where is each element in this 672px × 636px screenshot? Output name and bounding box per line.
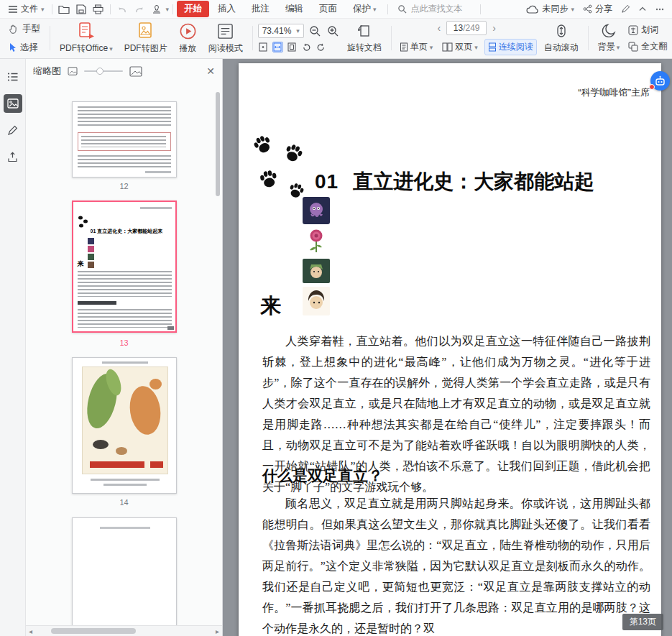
- mini-illustration: [82, 367, 168, 474]
- rotate-document-label: 旋转文档: [347, 42, 382, 54]
- pdf-to-office-label: PDF转Office: [60, 42, 108, 55]
- fit-page-button[interactable]: [287, 42, 298, 52]
- open-folder-button[interactable]: [56, 2, 72, 17]
- undo-button[interactable]: [114, 2, 130, 17]
- thumbnails-icon: [7, 98, 19, 109]
- mini-paragraph: [78, 309, 172, 328]
- divider: [50, 26, 50, 50]
- slider-knob[interactable]: [96, 68, 103, 75]
- rotate-left-button[interactable]: [301, 42, 312, 52]
- more-options-button[interactable]: [652, 2, 668, 17]
- mini-header: [140, 207, 172, 209]
- rotate-right-button[interactable]: [316, 42, 326, 52]
- next-page-button[interactable]: ›: [490, 22, 498, 34]
- continuous-read-button[interactable]: 连续阅读: [484, 39, 537, 55]
- thumbnail-page-12[interactable]: [72, 101, 177, 178]
- document-view[interactable]: “科学咖啡馆”主席 01直立进化史：大家都能站起: [223, 59, 672, 636]
- single-page-button[interactable]: 单页 ▾: [397, 40, 436, 55]
- sync-status-button[interactable]: 未同步 ▾: [523, 1, 578, 17]
- thumbnail-page-15[interactable]: [72, 517, 177, 625]
- tab-home[interactable]: 开始: [177, 1, 209, 17]
- chevron-down-icon: ▾: [41, 6, 45, 13]
- double-page-button[interactable]: 双页 ▾: [439, 40, 481, 55]
- mini-caption: [103, 484, 147, 486]
- cloud-sync-icon: [526, 5, 539, 14]
- scroll-left-arrow-icon[interactable]: ◂: [29, 627, 32, 635]
- search-input[interactable]: 点此查找文本: [392, 1, 477, 17]
- mini-section-heading: [78, 301, 116, 305]
- pdf-to-office-button[interactable]: PDF转Office▾: [54, 21, 119, 55]
- play-label: 播放: [179, 42, 196, 55]
- tab-page[interactable]: 页面: [312, 1, 344, 17]
- thumbnails-panel-button[interactable]: [4, 94, 22, 113]
- mini-caption: [91, 479, 160, 481]
- ai-assistant-button[interactable]: [650, 71, 670, 91]
- previous-page-button[interactable]: ‹: [436, 22, 443, 34]
- auto-scroll-button[interactable]: 自动滚动: [538, 21, 584, 55]
- redo-button[interactable]: [132, 2, 147, 17]
- annotation-panel-button[interactable]: [4, 121, 22, 139]
- close-panel-button[interactable]: ✕: [206, 65, 215, 77]
- menubar: 文件 ▾ ▾ 开始 插入 批注 编辑 页面 保护 ▾ 点此查找文本 未同步 ▾ …: [0, 0, 672, 19]
- outline-panel-button[interactable]: [4, 68, 22, 86]
- zoom-level-select[interactable]: 73.41% ▾: [258, 24, 304, 38]
- read-mode-icon: [216, 22, 234, 40]
- tab-protect[interactable]: 保护 ▾: [346, 1, 384, 17]
- share-button[interactable]: 分享: [579, 1, 616, 17]
- thumbnail-size-slider[interactable]: [84, 70, 123, 72]
- thumbnail-page-14[interactable]: [72, 357, 177, 494]
- zoom-in-button[interactable]: [326, 24, 340, 38]
- thumbnail-label-12: 12: [26, 182, 222, 191]
- hand-tool-button[interactable]: 手型: [6, 22, 43, 37]
- tab-annotate[interactable]: 批注: [244, 1, 277, 17]
- print-button[interactable]: [91, 2, 106, 17]
- actual-size-button[interactable]: [258, 42, 269, 52]
- chevron-down-icon: ▾: [109, 45, 113, 52]
- search-placeholder: 点此查找文本: [411, 3, 463, 15]
- hand-icon: [9, 24, 19, 34]
- curly-hair-character-image: [303, 287, 330, 315]
- chevron-down-icon[interactable]: ▾: [166, 6, 170, 13]
- read-mode-button[interactable]: 阅读模式: [203, 21, 249, 55]
- collapse-ribbon-button[interactable]: [635, 2, 650, 17]
- ribbon-toolbar: 手型 选择 PDF转Office▾ PDF转图片 播放 阅读模式 73.41% …: [0, 19, 672, 59]
- save-button[interactable]: [73, 2, 89, 17]
- thumbnail-vertical-scrollbar[interactable]: [216, 92, 220, 196]
- select-tool-button[interactable]: 选择: [6, 40, 43, 55]
- pdf-to-image-button[interactable]: PDF转图片: [119, 21, 173, 55]
- flower-image: [303, 228, 330, 255]
- auto-scroll-icon: [553, 22, 570, 40]
- mini-chapter-title: 01 直立进化史：大家都能站起来: [91, 228, 174, 235]
- select-tool-label: 选择: [20, 42, 38, 54]
- tab-edit[interactable]: 编辑: [278, 1, 310, 17]
- fit-width-button[interactable]: [272, 42, 283, 52]
- word-translate-button[interactable]: 划词: [628, 24, 668, 36]
- pen-icon: [7, 125, 18, 136]
- thumbnails-panel-title: 缩略图: [33, 65, 61, 78]
- file-menu[interactable]: 文件 ▾: [4, 1, 48, 17]
- chapter-title: 01直立进化史：大家都能站起: [315, 168, 594, 195]
- page-number-input[interactable]: 13/249: [446, 21, 487, 35]
- thumbnail-horizontal-scrollbar[interactable]: ◂ ▸: [26, 625, 222, 636]
- full-text-translate-button[interactable]: 全文翻: [628, 40, 668, 52]
- thumbnail-page-13[interactable]: 01 直立进化史：大家都能站起来 来: [72, 201, 177, 333]
- robot-icon: [654, 75, 666, 87]
- divider: [52, 4, 52, 14]
- rotate-document-button[interactable]: 旋转文档: [341, 21, 387, 55]
- play-button[interactable]: 播放: [173, 21, 203, 55]
- pdf-to-office-icon: [77, 22, 96, 40]
- chevron-down-icon: ▾: [430, 44, 433, 51]
- tab-protect-label: 保护: [353, 3, 371, 15]
- divider: [387, 4, 388, 14]
- background-button[interactable]: 背景▾: [592, 21, 626, 55]
- edit-pencil-button[interactable]: [617, 2, 633, 17]
- tab-insert[interactable]: 插入: [211, 1, 243, 17]
- zoom-value: 73.41%: [262, 26, 292, 36]
- horizontal-scroll-thumb[interactable]: [51, 628, 136, 634]
- mini-image-column: [88, 238, 94, 269]
- scroll-right-arrow-icon[interactable]: ▸: [216, 627, 219, 635]
- pdf-to-image-icon: [137, 22, 155, 40]
- zoom-out-button[interactable]: [308, 24, 322, 38]
- stamp-button[interactable]: [149, 2, 165, 17]
- export-panel-button[interactable]: [4, 147, 22, 166]
